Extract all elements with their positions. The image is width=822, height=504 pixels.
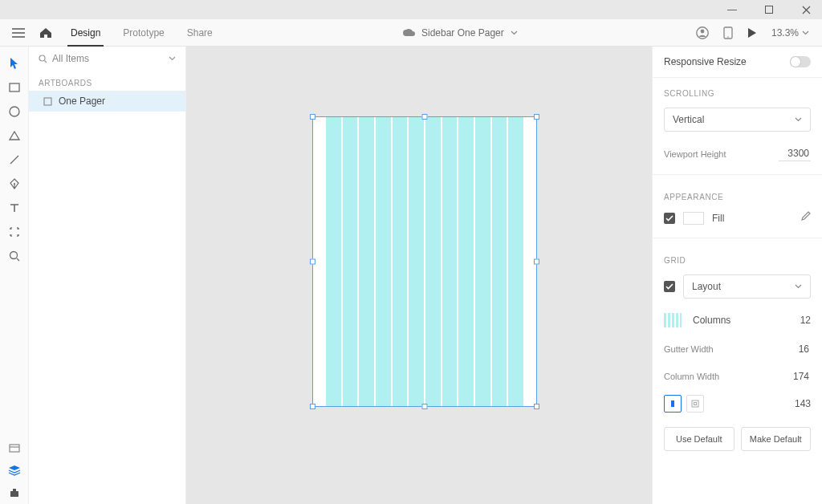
tool-zoom[interactable] [0,244,29,268]
resize-handle-tr[interactable] [534,114,539,120]
text-icon [10,203,19,213]
eyedropper-button[interactable] [800,211,811,225]
chevron-down-icon [169,56,176,61]
tool-line[interactable] [0,148,29,172]
gutter-width-input[interactable]: 16 [779,342,811,356]
library-icon [9,443,20,453]
appearance-header: APPEARANCE [653,181,822,205]
resize-handle-tl[interactable] [310,114,315,120]
check-icon [665,215,673,222]
document-title-text: Sidebar One Pager [421,27,504,39]
preview-mobile-button[interactable] [723,26,733,39]
layers-icon [8,465,21,476]
column-width-input[interactable]: 174 [779,369,811,384]
layers-filter[interactable]: All Items [29,47,185,71]
play-icon [747,27,757,39]
home-icon [39,27,52,39]
tool-pen[interactable] [0,172,29,196]
home-button[interactable] [32,19,59,47]
resize-handle-bl[interactable] [310,404,315,409]
window-maximize-button[interactable] [758,0,780,19]
scrolling-header: SCROLLING [653,78,822,101]
viewport-height-label: Viewport Height [664,149,726,159]
fill-color-swatch[interactable] [683,212,704,225]
cloud-icon [402,29,415,37]
fill-label: Fill [712,213,724,224]
preview-play-button[interactable] [747,27,757,39]
margin-input[interactable]: 143 [795,398,811,409]
viewport-height-input[interactable]: 3300 [779,146,811,161]
resize-handle-ml[interactable] [310,259,315,265]
responsive-resize-label: Responsive Resize [664,56,747,67]
responsive-resize-toggle[interactable] [790,56,811,67]
resize-handle-tc[interactable] [422,114,428,120]
columns-label: Columns [693,315,730,326]
svg-point-6 [10,107,19,116]
resize-handle-mr[interactable] [534,259,539,265]
columns-input[interactable]: 12 [800,315,811,326]
inspector-panel: Responsive Resize SCROLLING Vertical Vie… [652,47,822,504]
window-minimize-button[interactable]: — [721,0,743,19]
plugin-icon [9,488,20,498]
grid-color-swatch[interactable] [664,313,682,327]
tool-artboard[interactable] [0,220,29,244]
tool-text[interactable] [0,196,29,220]
tool-select[interactable] [0,51,29,75]
tool-ellipse[interactable] [0,100,29,124]
svg-rect-11 [44,98,51,105]
chevron-down-icon [511,30,518,35]
search-icon [39,55,47,63]
artboards-section-header: ARTBOARDS [29,71,185,91]
layers-filter-label: All Items [52,53,89,64]
triangle-icon [9,131,20,140]
tab-prototype[interactable]: Prototype [112,19,175,47]
panel-assets[interactable] [0,437,29,459]
zoom-dropdown[interactable]: 13.3% [771,27,809,39]
layout-grid-overlay [326,117,523,406]
panel-plugins[interactable] [0,482,29,504]
window-close-button[interactable] [795,0,817,19]
margin-linked-button[interactable] [664,395,682,413]
fill-checkbox[interactable] [664,213,675,224]
tool-rectangle[interactable] [0,75,29,100]
chevron-down-icon [795,117,802,122]
svg-point-2 [701,29,705,33]
hamburger-icon [12,28,25,38]
tab-design[interactable]: Design [59,19,112,47]
artboard-item-label: One Pager [59,96,105,107]
mobile-icon [723,26,733,39]
artboard-one-pager[interactable] [313,117,536,406]
make-default-button[interactable]: Make Default [741,427,812,451]
grid-checkbox[interactable] [664,281,675,292]
eyedropper-icon [800,211,811,222]
grid-header: GRID [653,245,822,268]
svg-point-7 [14,183,15,185]
menu-button[interactable] [5,19,32,47]
window-titlebar: — [0,0,822,19]
document-title[interactable]: Sidebar One Pager [224,27,696,39]
resize-handle-br[interactable] [534,404,539,409]
account-button[interactable] [696,26,709,39]
rectangle-icon [9,83,20,92]
use-default-button[interactable]: Use Default [664,427,735,451]
canvas[interactable] [186,47,652,504]
grid-type-select[interactable]: Layout [683,274,811,299]
svg-rect-9 [10,445,19,452]
artboard-selection[interactable] [313,117,536,406]
pen-icon [9,178,20,189]
margin-individual-button[interactable] [686,395,704,413]
svg-point-10 [39,55,45,61]
maximize-icon [765,6,773,14]
scrolling-select[interactable]: Vertical [664,108,811,132]
tab-share[interactable]: Share [176,19,224,47]
tool-polygon[interactable] [0,124,29,148]
ellipse-icon [9,106,20,117]
panel-layers[interactable] [0,459,29,482]
minimize-icon: — [727,4,737,15]
artboard-item-icon [43,97,52,106]
svg-rect-5 [10,83,19,91]
resize-handle-bc[interactable] [422,404,428,409]
artboard-item[interactable]: One Pager [29,91,185,112]
zoom-value: 13.3% [771,27,799,39]
column-width-label: Column Width [664,372,719,381]
